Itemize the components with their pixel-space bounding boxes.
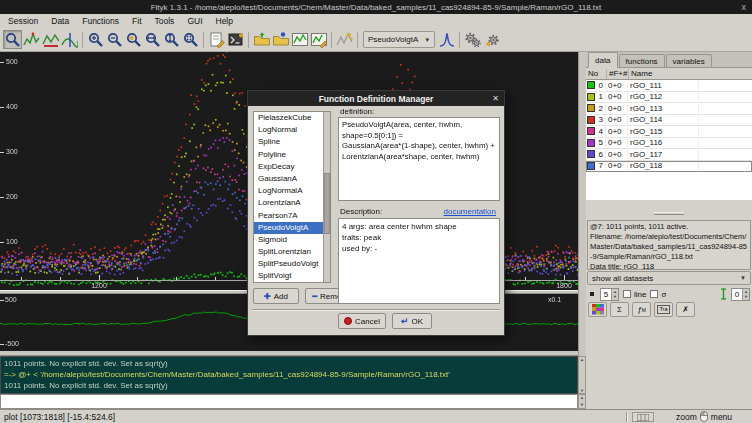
function-item-lognormal[interactable]: LogNormal: [254, 124, 330, 136]
documentation-link[interactable]: documentation: [444, 207, 496, 216]
function-item-splitpseudovoigt[interactable]: SplitPseudoVoigt: [254, 258, 330, 270]
console-scrollbar[interactable]: ▲▼: [578, 356, 586, 394]
sidebar-splitter-handle[interactable]: [654, 212, 684, 215]
scroll-down-icon[interactable]: ▼: [580, 388, 584, 393]
auto-add-peak-button[interactable]: [335, 30, 354, 49]
function-item-polyline[interactable]: Polyline: [254, 149, 330, 161]
zoom-previous-button[interactable]: [124, 30, 143, 49]
dataset-row-rGO_112[interactable]: 10+0rGO_112: [586, 92, 752, 104]
undo-fit-button[interactable]: [482, 30, 501, 49]
background-mode-button[interactable]: [41, 30, 60, 49]
function-item-expdecay[interactable]: ExpDecay: [254, 161, 330, 173]
dataset-row-rGO_115[interactable]: 40+0rGO_115: [586, 126, 752, 138]
dataset-row-rGO_113[interactable]: 20+0rGO_113: [586, 103, 752, 115]
shadow-spinner[interactable]: 0 ▲▼: [731, 288, 750, 301]
console-line-command: =-> @+ < '/home/aleplo/test/Documents/Ch…: [4, 369, 574, 380]
menu-tools[interactable]: Tools: [155, 16, 175, 26]
point-size-spinner[interactable]: 5 ▲▼: [600, 288, 619, 301]
spin-up-icon[interactable]: ▲: [580, 395, 584, 401]
function-item-sigmoid[interactable]: Sigmoid: [254, 234, 330, 246]
menu-gui[interactable]: GUI: [187, 16, 202, 26]
dataset-row-rGO_116[interactable]: 50+0rGO_116: [586, 138, 752, 150]
dialog-close-button[interactable]: ✕: [492, 91, 499, 106]
load-data-custom-button[interactable]: [271, 30, 290, 49]
spin-down-icon[interactable]: ▼: [580, 402, 584, 408]
tab-functions[interactable]: functions: [619, 54, 665, 67]
add-peak-mode-button[interactable]: [60, 30, 79, 49]
command-history-spinner[interactable]: ▲▼: [578, 394, 586, 409]
delete-button[interactable]: ✗: [676, 302, 695, 317]
script-editor-icon: [208, 31, 225, 49]
list-scrollbar[interactable]: [323, 112, 330, 282]
transform-button[interactable]: Tra: [654, 302, 673, 317]
data-full-view-button[interactable]: [290, 30, 309, 49]
menu-data[interactable]: Data: [51, 16, 69, 26]
sigma-checkbox[interactable]: [650, 290, 658, 298]
function-item-spline[interactable]: Spline: [254, 136, 330, 148]
dataset-row-rGO_114[interactable]: 30+0rGO_114: [586, 115, 752, 127]
sum-button[interactable]: Σ: [610, 302, 629, 317]
function-item-lorentziana[interactable]: LorentzianA: [254, 197, 330, 209]
definition-textarea[interactable]: PseudoVoigtA(area, center, hwhm, shape=0…: [338, 117, 500, 201]
cancel-button[interactable]: Cancel: [338, 313, 386, 329]
zoom-previous-icon: [125, 31, 142, 49]
dataset-color-swatch[interactable]: [587, 127, 595, 135]
zoom-all-button[interactable]: [181, 30, 200, 49]
dialog-titlebar[interactable]: Function Definition Manager ✕: [248, 91, 504, 106]
tab-data[interactable]: data: [588, 52, 618, 68]
menu-functions[interactable]: Functions: [82, 16, 119, 26]
zoom-out-button[interactable]: [105, 30, 124, 49]
line-checkbox[interactable]: [623, 290, 631, 298]
dataset-color-swatch[interactable]: [587, 93, 595, 101]
dataset-color-swatch[interactable]: [587, 104, 595, 112]
menu-fit[interactable]: Fit: [132, 16, 141, 26]
dataset-color-swatch[interactable]: [587, 162, 595, 170]
function-type-list[interactable]: PielaszekCubeLogNormalSplinePolylineExpD…: [253, 111, 331, 283]
scroll-up-icon[interactable]: ▲: [580, 357, 584, 362]
function-type-select[interactable]: PseudoVoigtA▼: [363, 31, 435, 48]
tab-variables[interactable]: variables: [666, 54, 712, 67]
dataset-row-rGO_118[interactable]: 70+0rGO_118: [586, 161, 752, 173]
function-item-gaussiana[interactable]: GaussianA: [254, 173, 330, 185]
command-log-button[interactable]: [226, 30, 245, 49]
dataset-color-swatch[interactable]: [587, 81, 595, 89]
status-toggle-button[interactable]: [632, 412, 654, 422]
add-function-button[interactable]: ✚ Add: [253, 288, 299, 304]
functions-button[interactable]: ƒM: [632, 302, 651, 317]
dataset-table: No #F+# Name 00+0rGO_11110+0rGO_11220+0r…: [586, 69, 752, 200]
menu-session[interactable]: Session: [8, 16, 38, 26]
y-tick: [0, 107, 4, 108]
function-item-splitvoigt[interactable]: SplitVoigt: [254, 270, 330, 282]
function-item-lognormala[interactable]: LogNormalA: [254, 185, 330, 197]
zoom-vertical-button[interactable]: [162, 30, 181, 49]
spinner-arrows-icon[interactable]: ▲▼: [611, 289, 618, 300]
color-gradient-button[interactable]: [588, 302, 607, 317]
zoom-mode-button[interactable]: [3, 30, 22, 49]
ok-button[interactable]: ↵ OK: [392, 313, 432, 329]
add-peak-button[interactable]: [437, 30, 456, 49]
function-item-pielaszekcube[interactable]: PielaszekCube: [254, 112, 330, 124]
scrollbar-thumb[interactable]: [324, 173, 330, 234]
run-fit-button[interactable]: [463, 30, 482, 49]
spinner-arrows-icon[interactable]: ▲▼: [742, 289, 749, 300]
zoom-horizontal-button[interactable]: [143, 30, 162, 49]
dataset-color-swatch[interactable]: [587, 116, 595, 124]
data-range-mode-button[interactable]: [22, 30, 41, 49]
menu-help[interactable]: Help: [216, 16, 233, 26]
script-editor-button[interactable]: [207, 30, 226, 49]
function-item-pseudovoigta[interactable]: PseudoVoigtA: [254, 222, 330, 234]
zoom-in-button[interactable]: [86, 30, 105, 49]
dataset-row-rGO_111[interactable]: 00+0rGO_111: [586, 80, 752, 92]
function-item-splitlorentzian[interactable]: SplitLorentzian: [254, 246, 330, 258]
load-data-button[interactable]: [252, 30, 271, 49]
datasets-dropdown[interactable]: show all datasets ▼: [587, 271, 751, 285]
dataset-row-rGO_117[interactable]: 60+0rGO_117: [586, 149, 752, 161]
dataset-color-swatch[interactable]: [587, 150, 595, 158]
color-grid-icon: [592, 304, 604, 315]
data-editor-button[interactable]: [309, 30, 328, 49]
window-close-button[interactable]: x: [742, 0, 747, 14]
toolbar-separator: [200, 32, 207, 48]
dataset-color-swatch[interactable]: [587, 139, 595, 147]
output-console[interactable]: 1011 points. No explicit std. dev. Set a…: [0, 356, 578, 394]
function-item-pearson7a[interactable]: Pearson7A: [254, 210, 330, 222]
